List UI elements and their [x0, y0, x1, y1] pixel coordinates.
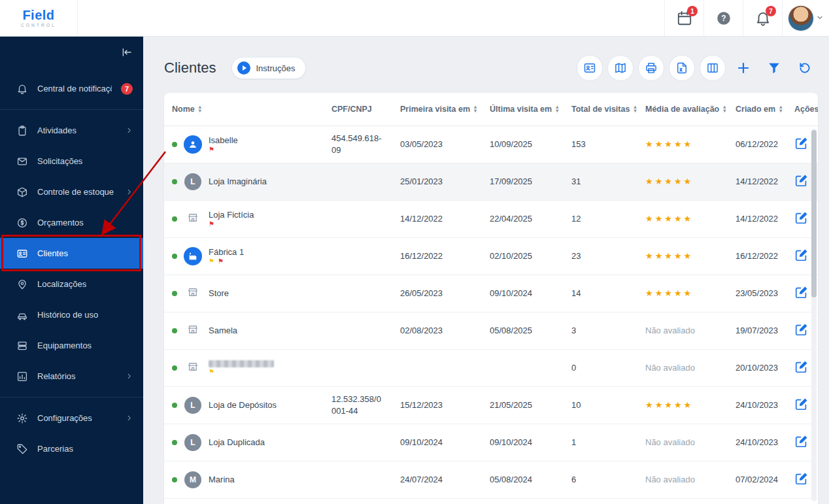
table-row[interactable]: MMarina 24/07/2024 05/08/2024 6 Não aval…: [164, 461, 818, 498]
refresh-button[interactable]: [792, 55, 818, 81]
refresh-icon: [798, 61, 812, 75]
edit-note-button[interactable]: [794, 434, 809, 448]
tag-icon: [16, 443, 28, 455]
client-cpf: [324, 461, 392, 498]
col-label: Total de visitas: [571, 105, 630, 114]
first-visit: [392, 349, 482, 386]
edit-note-button[interactable]: [794, 210, 809, 225]
last-visit: 17/09/2025: [482, 163, 564, 200]
table-row[interactable]: Isabelle 454.549.618-09 03/05/2023 10/09…: [164, 126, 818, 163]
client-cpf: [324, 349, 392, 386]
col-header-ultima-visita[interactable]: Última visita em▴▾: [482, 93, 564, 126]
sidebar-item-clientes[interactable]: Clientes: [0, 238, 143, 269]
box-icon: [16, 186, 28, 198]
col-header-acoes: Ações: [787, 93, 818, 126]
table-row[interactable]: Samela 02/08/2023 05/08/2025 3 Não avali…: [164, 312, 818, 349]
col-header-nome[interactable]: Nome▴▾: [164, 93, 324, 126]
print-button[interactable]: [638, 55, 664, 81]
table-row[interactable]: LLoja Duplicada 09/10/2024 09/10/2024 1 …: [164, 424, 818, 461]
user-avatar[interactable]: [788, 6, 813, 31]
created-at: 07/02/2024: [728, 461, 787, 498]
col-label: Criado em: [736, 105, 775, 114]
sidebar-item-historico-de-uso[interactable]: Histórico de uso: [0, 299, 143, 330]
filter-button[interactable]: [761, 55, 787, 81]
vertical-scrollbar[interactable]: [811, 129, 817, 501]
client-avatar: [184, 135, 202, 154]
table-row[interactable]: Loja Fictícia 14/12/2022 22/04/2025 12 ★…: [164, 200, 818, 237]
notifications-button[interactable]: 7: [743, 0, 782, 36]
client-cpf: [324, 200, 392, 237]
columns-icon: [706, 61, 719, 75]
redacted-name: [209, 360, 274, 367]
calendar-button[interactable]: 1: [664, 0, 703, 36]
sidebar-item-orcamentos[interactable]: Orçamentos: [0, 207, 143, 238]
total-visits: 31: [564, 163, 637, 200]
export-spreadsheet-button[interactable]: [669, 55, 695, 81]
sidebar-item-localizacoes[interactable]: Localizações: [0, 269, 143, 299]
sidebar-item-solicitacoes[interactable]: Solicitações: [0, 146, 143, 176]
sidebar-collapse-button[interactable]: [121, 46, 133, 58]
sidebar-item-central-de-notificacoes[interactable]: Central de notificações 7: [0, 73, 143, 104]
yellow-flag-icon: [209, 369, 214, 375]
sort-icon[interactable]: ▴▾: [779, 105, 782, 113]
edit-note-button[interactable]: [794, 322, 809, 337]
instructions-button[interactable]: Instruções: [231, 57, 306, 79]
sort-icon[interactable]: ▴▾: [556, 105, 558, 113]
map-button[interactable]: [607, 55, 634, 81]
edit-note-button[interactable]: [794, 360, 809, 374]
edit-columns-button[interactable]: [700, 55, 726, 81]
table-row[interactable]: LLoja de Depósitos 12.532.358/0001-44 15…: [164, 386, 818, 424]
edit-note-button[interactable]: [794, 248, 809, 262]
sidebar-item-controle-de-estoque[interactable]: Controle de estoque: [0, 176, 143, 207]
edit-note-button[interactable]: [794, 471, 809, 486]
sidebar-collapse-row: [0, 37, 143, 68]
sort-icon[interactable]: ▴▾: [723, 105, 726, 113]
edit-note-button[interactable]: [794, 173, 809, 188]
contacts-card-button[interactable]: [577, 55, 603, 81]
status-dot: [172, 328, 177, 333]
first-visit: 24/07/2024: [392, 461, 482, 498]
col-header-criado-em[interactable]: Criado em▴▾: [728, 93, 787, 126]
rating-stars: ★★★★★: [645, 176, 693, 186]
col-header-total-visitas[interactable]: Total de visitas▴▾: [564, 93, 637, 126]
sort-icon[interactable]: ▴▾: [199, 105, 201, 113]
sidebar-item-atividades[interactable]: Atividades: [0, 115, 143, 146]
rating-stars: ★★★★★: [645, 139, 693, 149]
scrollbar-thumb[interactable]: [811, 130, 817, 297]
edit-note-button[interactable]: [794, 397, 809, 411]
help-button[interactable]: ?: [703, 0, 743, 36]
client-avatar: L: [184, 173, 201, 190]
sidebar-item-label: Configurações: [37, 413, 92, 423]
sidebar-item-relatorios[interactable]: Relatórios: [0, 361, 143, 392]
sort-icon[interactable]: ▴▾: [634, 105, 636, 113]
first-visit: 02/08/2023: [392, 312, 482, 349]
dollar-circle-icon: [16, 217, 28, 229]
sidebar-item-parcerias[interactable]: Parcerias: [0, 433, 143, 464]
table-row[interactable]: Fábrica 1 16/12/2022 02/10/2025 23 ★★★★★…: [164, 237, 818, 275]
client-name: Isabelle: [209, 135, 238, 145]
edit-note-button[interactable]: [794, 285, 809, 299]
user-menu[interactable]: [782, 0, 829, 36]
table-row[interactable]: LLoja Imaginária 25/01/2023 17/09/2025 3…: [164, 163, 818, 200]
rating-not-rated: Não avaliado: [645, 326, 695, 335]
created-at: 19/07/2023: [728, 312, 787, 349]
main-content: Clientes Instruções: [143, 37, 829, 504]
sidebar-item-label: Histórico de uso: [37, 310, 98, 320]
bell-icon: [16, 83, 28, 95]
chevron-down-icon[interactable]: [816, 12, 824, 24]
col-header-media-avaliacao[interactable]: Média de avaliação▴▾: [637, 93, 728, 126]
status-dot: [172, 477, 177, 482]
edit-note-button[interactable]: [794, 136, 809, 150]
last-visit: 21/05/2025: [482, 386, 564, 424]
sidebar-item-configuracoes[interactable]: Configurações: [0, 403, 143, 433]
table-row[interactable]: 0 Não avaliado 20/10/2023: [164, 349, 818, 386]
client-name: Store: [209, 288, 229, 298]
table-row[interactable]: Store 26/05/2023 09/10/2024 14 ★★★★★ 23/…: [164, 275, 818, 312]
col-header-primeira-visita[interactable]: Primeira visita em▴▾: [392, 93, 482, 126]
add-client-button[interactable]: [730, 55, 756, 81]
created-at: 14/12/2022: [728, 163, 787, 200]
sort-icon[interactable]: ▴▾: [474, 105, 477, 113]
sidebar-item-equipamentos[interactable]: Equipamentos: [0, 330, 143, 361]
spreadsheet-icon: [675, 61, 688, 75]
id-card-icon: [16, 248, 28, 260]
